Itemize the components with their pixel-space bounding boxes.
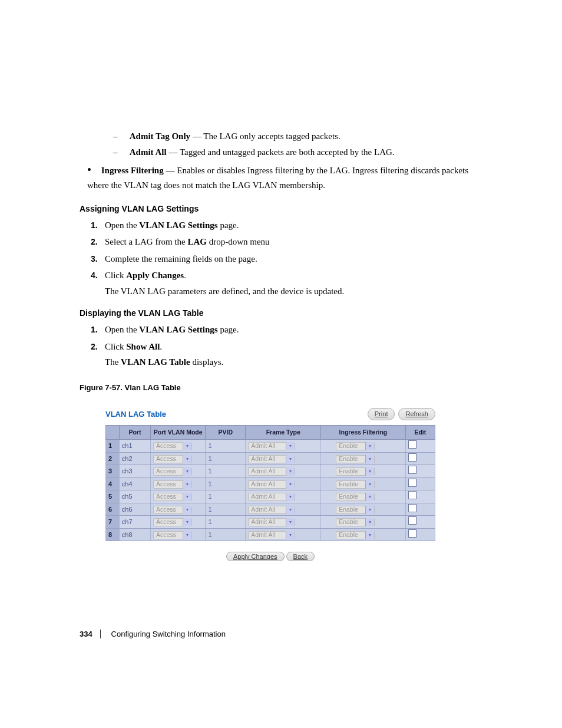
ingress-select[interactable]: Enable▾ xyxy=(336,442,375,450)
term-admit-all: Admit All xyxy=(130,147,167,157)
apply-changes-button[interactable]: Apply Changes xyxy=(226,552,285,561)
cell-ingress: Enable▾ xyxy=(321,528,406,541)
cell-ingress: Enable▾ xyxy=(321,452,406,465)
frame-type-select[interactable]: Admit All▾ xyxy=(248,442,295,450)
edit-checkbox[interactable] xyxy=(408,479,416,487)
refresh-button[interactable]: Refresh xyxy=(398,408,435,420)
chevron-down-icon: ▾ xyxy=(286,455,295,463)
table-row: 4ch4Access▾1Admit All▾Enable▾ xyxy=(106,477,435,490)
body-text: Click xyxy=(105,342,126,351)
vlan-mode-select[interactable]: Access▾ xyxy=(153,442,192,450)
ref-page: VLAN LAG Settings xyxy=(139,325,217,334)
chevron-down-icon: ▾ xyxy=(365,442,374,450)
body-text: page. xyxy=(218,220,239,230)
vlan-lag-table-widget: VLAN LAG Table Print Refresh Port Port V… xyxy=(105,408,435,562)
vlan-mode-select[interactable]: Access▾ xyxy=(153,531,192,539)
chevron-down-icon: ▾ xyxy=(286,480,295,489)
list-item: Admit All — Tagged and untagged packets … xyxy=(118,146,485,159)
vlan-mode-select[interactable]: Access▾ xyxy=(153,506,192,514)
col-header-frame: Frame Type xyxy=(246,425,321,440)
table-row: 5ch5Access▾1Admit All▾Enable▾ xyxy=(106,490,435,503)
row-index: 5 xyxy=(106,490,120,503)
cell-edit xyxy=(405,452,435,465)
ingress-select[interactable]: Enable▾ xyxy=(336,467,375,476)
page-number: 334 xyxy=(80,630,92,638)
ingress-select[interactable]: Enable▾ xyxy=(336,518,375,526)
ingress-select[interactable]: Enable▾ xyxy=(336,493,375,501)
cell-port: ch2 xyxy=(119,452,150,465)
ingress-select[interactable]: Enable▾ xyxy=(336,480,375,489)
cell-pvid: 1 xyxy=(206,477,246,490)
step-item: Open the VLAN LAG Settings page. xyxy=(105,219,485,232)
row-index: 3 xyxy=(106,465,120,478)
ref-table: VLAN LAG Table xyxy=(121,357,190,367)
steps-list: Open the VLAN LAG Settings page. Click S… xyxy=(80,323,485,369)
ingress-select[interactable]: Enable▾ xyxy=(336,531,375,539)
cell-mode: Access▾ xyxy=(150,503,205,516)
print-button[interactable]: Print xyxy=(368,408,395,420)
table-row: 1ch1Access▾1Admit All▾Enable▾ xyxy=(106,440,435,453)
ingress-select[interactable]: Enable▾ xyxy=(336,455,375,463)
chevron-down-icon: ▾ xyxy=(365,506,374,514)
edit-checkbox[interactable] xyxy=(408,491,416,499)
separator xyxy=(100,630,103,638)
edit-checkbox[interactable] xyxy=(408,466,416,474)
ref-button: Apply Changes xyxy=(126,271,184,280)
frame-type-select[interactable]: Admit All▾ xyxy=(248,493,295,501)
cell-frame: Admit All▾ xyxy=(246,528,321,541)
frame-type-select[interactable]: Admit All▾ xyxy=(248,455,295,463)
cell-mode: Access▾ xyxy=(150,452,205,465)
chevron-down-icon: ▾ xyxy=(183,467,191,476)
cell-ingress: Enable▾ xyxy=(321,440,406,453)
cell-mode: Access▾ xyxy=(150,465,205,478)
cell-port: ch8 xyxy=(119,528,150,541)
frame-type-select[interactable]: Admit All▾ xyxy=(248,480,295,489)
cell-frame: Admit All▾ xyxy=(246,440,321,453)
cell-mode: Access▾ xyxy=(150,490,205,503)
frame-type-select[interactable]: Admit All▾ xyxy=(248,531,295,539)
cell-port: ch1 xyxy=(119,440,150,453)
ref-dropdown: LAG xyxy=(187,237,207,246)
cell-pvid: 1 xyxy=(206,440,246,453)
back-button[interactable]: Back xyxy=(286,552,315,561)
chevron-down-icon: ▾ xyxy=(365,480,374,489)
ingress-select[interactable]: Enable▾ xyxy=(336,506,375,514)
bullet-list: Admit Tag Only — The LAG only accepts ta… xyxy=(80,130,485,192)
cell-frame: Admit All▾ xyxy=(246,465,321,478)
body-text: displays. xyxy=(190,357,224,367)
body-text: . xyxy=(160,342,162,351)
vlan-mode-select[interactable]: Access▾ xyxy=(153,480,192,489)
section-heading: Assigning VLAN LAG Settings xyxy=(80,203,485,215)
step-item: Select a LAG from the LAG drop-down menu xyxy=(105,235,485,249)
body-text: Complete the remaining fields on the pag… xyxy=(105,254,257,263)
body-text: drop-down menu xyxy=(207,237,270,246)
vlan-mode-select[interactable]: Access▾ xyxy=(153,455,192,463)
edit-checkbox[interactable] xyxy=(408,440,416,449)
cell-port: ch3 xyxy=(119,465,150,478)
chevron-down-icon: ▾ xyxy=(365,518,374,526)
section-heading: Displaying the VLAN LAG Table xyxy=(80,307,485,319)
edit-checkbox[interactable] xyxy=(408,529,416,538)
frame-type-select[interactable]: Admit All▾ xyxy=(248,506,295,514)
edit-checkbox[interactable] xyxy=(408,516,416,525)
cell-ingress: Enable▾ xyxy=(321,516,406,529)
row-index: 6 xyxy=(106,503,120,516)
cell-mode: Access▾ xyxy=(150,477,205,490)
vlan-mode-select[interactable]: Access▾ xyxy=(153,467,192,476)
cell-edit xyxy=(405,490,435,503)
vlan-mode-select[interactable]: Access▾ xyxy=(153,493,192,501)
cell-pvid: 1 xyxy=(206,503,246,516)
chevron-down-icon: ▾ xyxy=(183,455,191,463)
figure-caption: Figure 7-57. Vlan LAG Table xyxy=(80,382,485,394)
body-text: Select a LAG from the xyxy=(105,237,187,246)
edit-checkbox[interactable] xyxy=(408,453,416,462)
cell-edit xyxy=(405,528,435,541)
frame-type-select[interactable]: Admit All▾ xyxy=(248,467,295,476)
table-row: 6ch6Access▾1Admit All▾Enable▾ xyxy=(106,503,435,516)
step-item: Click Apply Changes. The VLAN LAG parame… xyxy=(105,269,485,298)
frame-type-select[interactable]: Admit All▾ xyxy=(248,518,295,526)
vlan-mode-select[interactable]: Access▾ xyxy=(153,518,192,526)
body-text: . xyxy=(184,271,186,280)
chevron-down-icon: ▾ xyxy=(286,442,295,450)
edit-checkbox[interactable] xyxy=(408,504,416,512)
